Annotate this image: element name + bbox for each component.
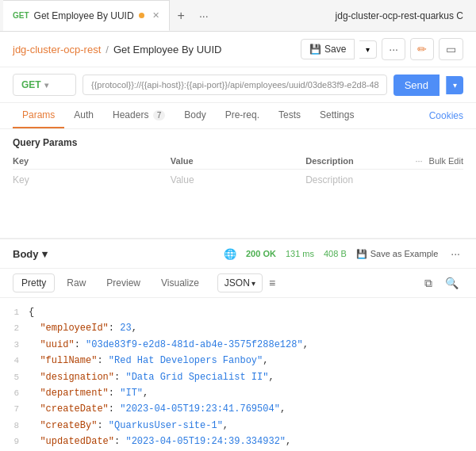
code-line: 8 "createBy": "QuarkusUser-site-1", — [0, 418, 476, 434]
json-format-select[interactable]: JSON ▾ — [217, 273, 263, 292]
wrap-button[interactable]: ≡ — [269, 277, 275, 289]
tab-params[interactable]: Params — [13, 103, 64, 128]
new-tab-button[interactable]: + — [170, 9, 193, 23]
method-label: GET — [21, 79, 41, 90]
code-line: 5 "designation": "Data Grid Specialist I… — [0, 369, 476, 385]
param-value-input[interactable]: Value — [171, 174, 305, 185]
line-content: "uuid": "03de83f9-e2d8-481d-ab4e-3575f28… — [29, 337, 309, 353]
save-example-button[interactable]: 💾 Save as Example — [356, 249, 439, 259]
tab-tests[interactable]: Tests — [269, 103, 310, 128]
response-status: 200 OK — [246, 249, 276, 258]
param-description-input[interactable]: Description — [305, 174, 463, 185]
url-input[interactable] — [83, 75, 387, 95]
response-meta: 🌐 200 OK 131 ms 408 B 💾 Save as Example … — [224, 246, 463, 262]
save-label: Save — [324, 44, 346, 55]
code-line: 2 "employeeId": 23, — [0, 320, 476, 336]
code-line: 1{ — [0, 304, 476, 320]
param-key-input[interactable]: Key — [13, 174, 171, 185]
line-content: { — [29, 304, 34, 320]
tab-title: Get Employee By UUID — [34, 10, 134, 21]
line-content: "fullName": "Red Hat Developers Fanboy", — [29, 353, 268, 369]
line-content: "designation": "Data Grid Specialist II"… — [29, 369, 274, 385]
tab-close-icon[interactable]: ✕ — [152, 10, 159, 21]
breadcrumb-link[interactable]: jdg-cluster-ocp-rest — [13, 44, 101, 55]
globe-icon: 🌐 — [224, 248, 236, 260]
header-actions: 💾 Save ▾ ··· ✏ ▭ — [301, 38, 463, 60]
response-size: 408 B — [324, 249, 347, 258]
send-button[interactable]: Send — [393, 75, 440, 96]
query-params-header: Query Params — [0, 129, 476, 153]
tab-bar: GET Get Employee By UUID ✕ + ··· jdg-clu… — [0, 0, 476, 32]
breadcrumb-current: Get Employee By UUID — [113, 44, 222, 55]
code-line: 7 "createDate": "2023-04-05T19:23:41.769… — [0, 401, 476, 417]
search-response-button[interactable]: 🔍 — [440, 275, 463, 291]
format-tab-visualize[interactable]: Visualize — [152, 273, 208, 292]
code-line: 6 "department": "IT", — [0, 385, 476, 401]
line-number: 2 — [0, 321, 29, 336]
body-chevron-icon: ▾ — [42, 248, 48, 260]
tab-unsaved-dot — [139, 13, 144, 18]
tabs-more-button[interactable]: ··· — [193, 10, 215, 22]
layout-icon-button[interactable]: ▭ — [439, 38, 463, 60]
tab-prereq[interactable]: Pre-req. — [216, 103, 269, 128]
method-select[interactable]: GET ▾ — [13, 74, 76, 96]
send-chevron-button[interactable]: ▾ — [446, 76, 463, 94]
code-line: 4 "fullName": "Red Hat Developers Fanboy… — [0, 353, 476, 369]
json-format-label: JSON — [225, 277, 250, 289]
bulk-edit-button[interactable]: Bulk Edit — [429, 156, 463, 166]
line-number: 7 — [0, 402, 29, 417]
copy-response-button[interactable]: ⧉ — [420, 275, 437, 292]
save-example-label: Save as Example — [370, 249, 439, 258]
line-content: "department": "IT", — [29, 385, 148, 401]
format-tabs: Pretty Raw Preview Visualize JSON ▾ ≡ ⧉ … — [0, 269, 476, 298]
line-content: "createDate": "2023-04-05T19:23:41.76950… — [29, 401, 286, 417]
tab-headers[interactable]: Headers 7 — [103, 103, 175, 128]
response-body-label[interactable]: Body ▾ — [13, 248, 48, 260]
cookies-link[interactable]: Cookies — [429, 110, 463, 121]
response-time: 131 ms — [286, 249, 314, 258]
json-format-chevron: ▾ — [251, 279, 255, 288]
code-line: 3 "uuid": "03de83f9-e2d8-481d-ab4e-3575f… — [0, 337, 476, 353]
edit-icon-button[interactable]: ✏ — [410, 38, 434, 60]
line-number: 8 — [0, 419, 29, 434]
code-area[interactable]: 1{2 "employeeId": 23,3 "uuid": "03de83f9… — [0, 298, 476, 451]
header-more-button[interactable]: ··· — [382, 38, 405, 60]
response-more-button[interactable]: ··· — [447, 246, 463, 262]
format-tab-pretty[interactable]: Pretty — [13, 273, 55, 292]
line-number: 4 — [0, 354, 29, 369]
save-button[interactable]: 💾 Save — [301, 39, 355, 59]
format-tab-raw[interactable]: Raw — [58, 273, 94, 292]
save-example-icon: 💾 — [356, 249, 367, 259]
tab-settings[interactable]: Settings — [310, 103, 363, 128]
method-chevron-icon: ▾ — [44, 81, 48, 90]
tab-method-badge: GET — [13, 11, 29, 20]
line-number: 3 — [0, 338, 29, 353]
col-header-dots: ··· — [415, 156, 422, 166]
body-text: Body — [13, 248, 39, 260]
headers-count: 7 — [153, 110, 166, 120]
tab-body[interactable]: Body — [175, 103, 215, 128]
line-content: "createBy": "QuarkusUser-site-1", — [29, 418, 228, 434]
url-bar: GET ▾ Send ▾ — [0, 67, 476, 103]
line-content: "employeeId": 23, — [29, 320, 137, 336]
col-header-description: Description — [305, 156, 415, 166]
tab-auth[interactable]: Auth — [64, 103, 103, 128]
col-header-value: Value — [171, 156, 305, 166]
breadcrumb: jdg-cluster-ocp-rest / Get Employee By U… — [13, 44, 294, 55]
header-bar: jdg-cluster-ocp-rest / Get Employee By U… — [0, 32, 476, 67]
line-number: 5 — [0, 370, 29, 385]
save-chevron-button[interactable]: ▾ — [359, 40, 377, 59]
line-content: "updatedDate": "2023-04-05T19:24:39.3349… — [29, 434, 291, 449]
response-section-header: Body ▾ 🌐 200 OK 131 ms 408 B 💾 Save as E… — [0, 238, 476, 269]
line-number: 9 — [0, 434, 29, 449]
right-tab[interactable]: jdg-cluster-ocp-rest-quarkus C — [326, 10, 473, 21]
nav-tabs: Params Auth Headers 7 Body Pre-req. Test… — [0, 103, 476, 129]
empty-space — [0, 190, 476, 238]
line-number: 1 — [0, 305, 29, 320]
breadcrumb-separator: / — [106, 44, 109, 55]
format-tab-preview[interactable]: Preview — [98, 273, 149, 292]
active-tab[interactable]: GET Get Employee By UUID ✕ — [3, 0, 170, 31]
code-line: 9 "updatedDate": "2023-04-05T19:24:39.33… — [0, 434, 476, 449]
save-icon: 💾 — [309, 44, 321, 55]
line-number: 6 — [0, 386, 29, 401]
